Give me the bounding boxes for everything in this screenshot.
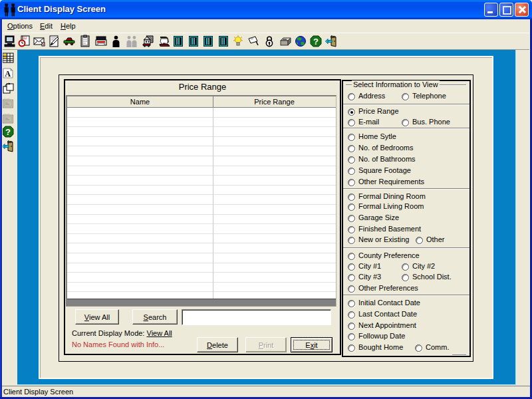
svg-text:?: ? xyxy=(313,37,319,47)
svg-text:?: ? xyxy=(5,127,11,137)
svg-text:shade: shade xyxy=(3,98,10,100)
svg-text:12: 12 xyxy=(23,36,27,40)
svg-text:A: A xyxy=(5,69,11,78)
svg-text:shade: shade xyxy=(3,113,10,116)
